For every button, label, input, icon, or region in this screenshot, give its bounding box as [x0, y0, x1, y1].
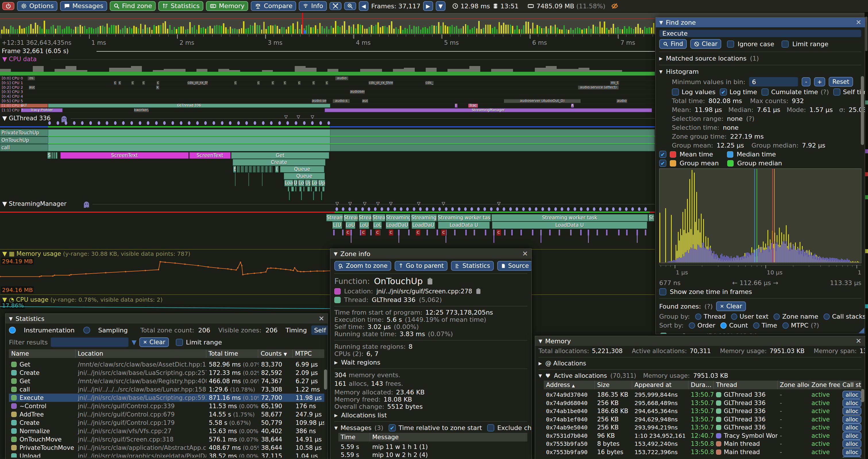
sample-dot[interactable]: [122, 121, 125, 125]
timeline-zone[interactable]: E: [233, 166, 236, 172]
sample-dot[interactable]: [528, 207, 531, 211]
timeline-zone[interactable]: C: [389, 229, 394, 236]
statistics-row[interactable]: PrivateTouchMove jni/../jni/src/claw/app…: [9, 444, 324, 452]
sample-dot[interactable]: [57, 121, 59, 125]
collapse-icon[interactable]: ▼: [334, 425, 338, 431]
message-marker-icon[interactable]: ▽: [389, 201, 393, 206]
sample-dot[interactable]: [394, 207, 396, 211]
sample-dot[interactable]: [451, 207, 454, 211]
allocation-row[interactable]: 0x74a9d37040 186.35 KB 295,999,844ns 13:…: [544, 391, 861, 399]
sample-dot[interactable]: [245, 121, 248, 125]
timeline-zone[interactable]: C: [361, 229, 366, 236]
sample-zone[interactable]: [521, 230, 522, 235]
timeline-zone[interactable]: Stream: [343, 214, 358, 221]
sample-dot[interactable]: [262, 121, 265, 125]
timeline-zone[interactable]: c: [157, 81, 159, 85]
show-zone-time-checkbox[interactable]: [659, 288, 666, 295]
timeline-zone[interactable]: Up: [318, 180, 325, 186]
timeline-zone[interactable]: [243, 166, 244, 172]
sample-dot[interactable]: [413, 207, 415, 211]
timeline-zone[interactable]: U: [293, 180, 298, 186]
column-call-stack[interactable]: Call stack: [840, 381, 861, 389]
sample-dot[interactable]: [554, 207, 557, 211]
duration-histogram[interactable]: [659, 168, 861, 263]
sample-dot[interactable]: [599, 207, 602, 211]
message-marker-icon[interactable]: ▽: [284, 114, 288, 120]
radio-mtpc[interactable]: [782, 322, 789, 329]
statistics-row[interactable]: Unload jni/../jni/src/claw/graphics/pixe…: [9, 452, 324, 458]
sample-dot[interactable]: [221, 121, 223, 125]
zoom-to-zone-button[interactable]: Zoom to zone: [334, 261, 391, 271]
sample-dot[interactable]: [229, 121, 231, 125]
timeline-zone[interactable]: Loi: [298, 180, 305, 186]
sample-dot[interactable]: [470, 207, 473, 211]
alloc-callstack-button[interactable]: alloc: [842, 391, 861, 399]
column-total-time[interactable]: Total time: [206, 349, 258, 358]
timeline-zone[interactable]: [315, 187, 317, 192]
statistics-title-bar[interactable]: ▼ Statistics ✕: [5, 314, 328, 324]
sample-dot[interactable]: [638, 207, 641, 211]
timeline-zone[interactable]: c: [257, 81, 260, 85]
help-marker[interactable]: (?): [820, 89, 829, 96]
timeline-zone[interactable]: c: [272, 81, 274, 85]
timeline-zone[interactable]: [255, 166, 256, 172]
statistics-button[interactable]: Statistics: [158, 1, 204, 11]
radio-call-stacks[interactable]: [824, 314, 830, 320]
timeline-zone[interactable]: [270, 166, 271, 172]
sample-dot[interactable]: [445, 207, 447, 211]
sample-zone[interactable]: [626, 230, 628, 235]
thread-name[interactable]: GLThread 336: [372, 296, 415, 303]
sample-dot[interactable]: [561, 207, 563, 211]
sample-dot[interactable]: [580, 207, 583, 211]
sample-dot[interactable]: [567, 207, 569, 211]
message-marker-icon[interactable]: ▽: [363, 201, 367, 206]
close-icon[interactable]: ✕: [856, 19, 861, 26]
sample-dot[interactable]: [180, 121, 182, 125]
memory-usage-chart[interactable]: [0, 260, 330, 287]
sample-dot[interactable]: [237, 121, 240, 125]
alloc-callstack-button[interactable]: alloc: [842, 440, 861, 448]
sample-dot[interactable]: [361, 207, 364, 211]
memory-button[interactable]: Memory: [206, 1, 248, 11]
timeline-zone[interactable]: audio.se: [312, 99, 327, 103]
allocation-row[interactable]: 0x7553b9fa50 8 bytes 153,492,240ns 13:50…: [544, 440, 861, 448]
timeline-zone[interactable]: [247, 166, 248, 172]
limit-range-checkbox[interactable]: [781, 40, 789, 47]
radio-time[interactable]: [753, 322, 760, 329]
sample-dot[interactable]: [516, 207, 518, 211]
statistics-row[interactable]: Get /mnt/e/claw/src/claw/base/Registry.h…: [9, 377, 324, 385]
allocation-row[interactable]: 0x74a9d68040 256 KB 295,668,489ns 13:50.…: [544, 399, 861, 407]
cpu-usage-header[interactable]: ▼ ◔ CPU usage (y-range: 0.78%, visible d…: [2, 296, 162, 303]
timeline-zone[interactable]: c: [142, 81, 145, 85]
alloc-callstack-button[interactable]: alloc: [842, 432, 861, 440]
sample-zone[interactable]: [342, 230, 343, 235]
timeline-zone[interactable]: A: [571, 104, 574, 108]
sample-dot[interactable]: [163, 121, 166, 125]
memory-title-bar[interactable]: ▼ Memory ✕: [535, 336, 865, 346]
close-icon[interactable]: ✕: [522, 250, 528, 257]
column-name[interactable]: Name: [9, 349, 75, 358]
timeline-zone[interactable]: audioser: [350, 90, 365, 94]
timeline-zone[interactable]: LoU: [345, 222, 355, 229]
group-mean-checkbox[interactable]: ✔: [659, 160, 666, 167]
log-values-checkbox[interactable]: [672, 89, 679, 96]
sample-dot[interactable]: [196, 121, 199, 125]
alloc-callstack-button[interactable]: alloc: [842, 407, 861, 415]
timeline-zone[interactable]: mi_t: [610, 81, 619, 85]
sample-dot[interactable]: [477, 207, 480, 211]
info-button[interactable]: Info: [299, 1, 327, 11]
timeline-zone[interactable]: aud: [29, 86, 35, 90]
sample-dot[interactable]: [98, 121, 100, 125]
message-marker-icon[interactable]: ▽: [336, 201, 339, 206]
sample-dot[interactable]: [484, 207, 486, 211]
found-clear-button[interactable]: ✕ Clear: [716, 301, 746, 311]
sample-dot[interactable]: [587, 207, 589, 211]
timeline-zone[interactable]: LoadDaU: [386, 222, 409, 229]
ignore-case-checkbox[interactable]: [727, 40, 734, 47]
sample-dot[interactable]: [496, 207, 499, 211]
scrollbar-handle[interactable]: [865, 17, 867, 51]
alloc-callstack-button[interactable]: alloc: [842, 448, 861, 456]
go-to-parent-button[interactable]: ↑ Go to parent: [395, 261, 447, 271]
thread-header-glthread[interactable]: ▼ GLThread 336: [2, 115, 51, 122]
sample-dot[interactable]: [374, 207, 377, 211]
